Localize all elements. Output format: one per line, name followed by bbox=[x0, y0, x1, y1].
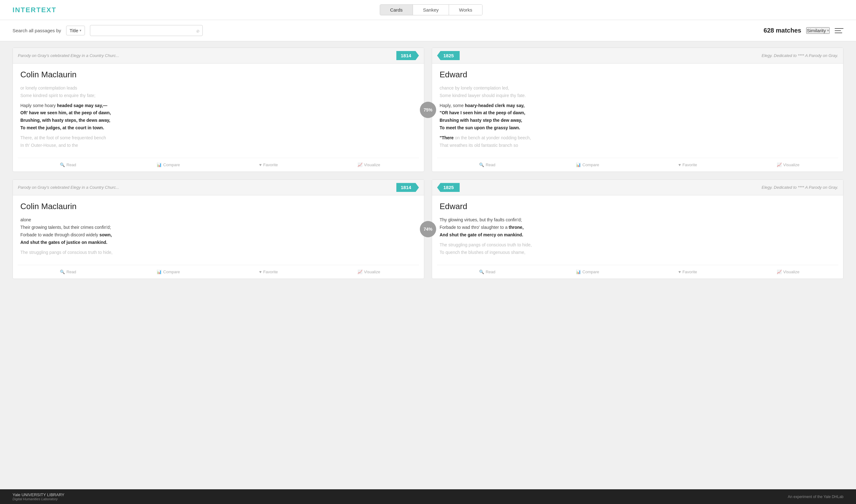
favorite-action[interactable]: ♥ Favorite bbox=[637, 268, 738, 275]
search-bar: Search all passages by Title ▾ ⌕ 628 mat… bbox=[0, 20, 856, 41]
card-footer-right: 🔍 Read 📊 Compare ♥ Favorite 📈 Visualize bbox=[437, 158, 838, 172]
card-footer-left: 🔍 Read 📊 Compare ♥ Favorite 📈 Visualize bbox=[18, 265, 419, 278]
year-badge-left: 1814 bbox=[396, 51, 419, 60]
read-icon: 🔍 bbox=[479, 270, 484, 274]
compare-label: Compare bbox=[163, 162, 180, 167]
similarity-badge: 74% bbox=[420, 221, 436, 237]
card-body-right: Edward chance by lonely contemplation le… bbox=[432, 64, 843, 158]
tab-cards[interactable]: Cards bbox=[380, 5, 413, 15]
favorite-label: Favorite bbox=[682, 270, 697, 274]
favorite-action[interactable]: ♥ Favorite bbox=[219, 268, 319, 275]
passage-paragraph: There, at the foot of some frequented be… bbox=[20, 134, 416, 149]
passage-paragraph-matched: Haply, some hoary-headed clerk may say,"… bbox=[440, 102, 836, 132]
chart-icon: 📈 bbox=[357, 270, 363, 274]
favorite-action[interactable]: ♥ Favorite bbox=[219, 161, 319, 168]
heart-icon: ♥ bbox=[259, 162, 262, 167]
visualize-action[interactable]: 📈 Visualize bbox=[319, 161, 419, 168]
read-label: Read bbox=[486, 162, 495, 167]
main-content: Parody on Gray's celebrated Elegy in a C… bbox=[0, 41, 856, 489]
visualize-action[interactable]: 📈 Visualize bbox=[738, 161, 838, 168]
card-footer-right: 🔍 Read 📊 Compare ♥ Favorite 📈 Visualize bbox=[437, 265, 838, 278]
favorite-label: Favorite bbox=[263, 270, 278, 274]
read-icon: 🔍 bbox=[60, 270, 65, 274]
compare-icon: 📊 bbox=[576, 270, 581, 274]
read-label: Read bbox=[486, 270, 495, 274]
compare-action[interactable]: 📊 Compare bbox=[118, 161, 219, 168]
experiment-text: An experiment of the Yale DHLab bbox=[788, 494, 843, 499]
passage-card-left: Parody on Gray's celebrated Elegy in a C… bbox=[13, 179, 424, 279]
heart-icon: ♥ bbox=[678, 270, 681, 274]
compare-icon: 📊 bbox=[157, 270, 162, 274]
tab-works[interactable]: Works bbox=[449, 5, 482, 15]
visualize-label: Visualize bbox=[783, 162, 800, 167]
heart-icon: ♥ bbox=[678, 162, 681, 167]
search-input-wrap: ⌕ bbox=[90, 25, 203, 36]
visualize-label: Visualize bbox=[364, 162, 380, 167]
compare-icon: 📊 bbox=[576, 162, 581, 167]
read-action[interactable]: 🔍 Read bbox=[18, 268, 118, 275]
compare-label: Compare bbox=[163, 270, 180, 274]
chevron-down-icon: ▾ bbox=[827, 29, 829, 33]
heart-icon: ♥ bbox=[259, 270, 262, 274]
card-title: Elegy. Dedicated to **** A Parody on Gra… bbox=[460, 185, 838, 190]
card-title: Parody on Gray's celebrated Elegy in a C… bbox=[18, 53, 396, 58]
passage-card-right: 1825 Elegy. Dedicated to **** A Parody o… bbox=[432, 48, 843, 172]
matches-count: 628 matches bbox=[764, 27, 801, 34]
passage-card-left: Parody on Gray's celebrated Elegy in a C… bbox=[13, 48, 424, 172]
favorite-action[interactable]: ♥ Favorite bbox=[637, 161, 738, 168]
search-label: Search all passages by bbox=[13, 28, 61, 33]
year-badge-right: 1825 bbox=[437, 51, 460, 60]
passage-paragraph: chance by lonely contemplation led,Some … bbox=[440, 85, 836, 100]
passage-paragraph: "There on the bench at yonder nodding be… bbox=[440, 134, 836, 149]
read-action[interactable]: 🔍 Read bbox=[437, 161, 537, 168]
compare-label: Compare bbox=[582, 270, 599, 274]
read-icon: 🔍 bbox=[60, 162, 65, 167]
similarity-badge: 75% bbox=[420, 102, 436, 118]
compare-action[interactable]: 📊 Compare bbox=[118, 268, 219, 275]
filter-button[interactable] bbox=[835, 28, 843, 34]
card-title: Parody on Gray's celebrated Elegy in a C… bbox=[18, 185, 396, 190]
visualize-action[interactable]: 📈 Visualize bbox=[738, 268, 838, 275]
filter-line-3 bbox=[835, 33, 842, 33]
card-body-left: Colin Maclaurin or lonely contemplation … bbox=[13, 64, 424, 158]
favorite-label: Favorite bbox=[682, 162, 697, 167]
search-type-dropdown[interactable]: Title ▾ bbox=[66, 26, 85, 35]
compare-icon: 📊 bbox=[157, 162, 162, 167]
dropdown-value: Title bbox=[70, 28, 78, 33]
read-label: Read bbox=[66, 270, 76, 274]
read-icon: 🔍 bbox=[479, 162, 484, 167]
compare-label: Compare bbox=[582, 162, 599, 167]
search-input[interactable] bbox=[90, 25, 203, 36]
sort-dropdown[interactable]: Similarity ▾ bbox=[806, 27, 830, 34]
chart-icon: 📈 bbox=[357, 162, 363, 167]
passage-paragraph-matched: aloneTheir growing talents, but their cr… bbox=[20, 216, 416, 246]
year-badge-right: 1825 bbox=[437, 183, 460, 192]
compare-action[interactable]: 📊 Compare bbox=[537, 268, 637, 275]
search-icon: ⌕ bbox=[196, 28, 199, 34]
app-logo: INTERTEXT bbox=[13, 6, 56, 14]
filter-line-1 bbox=[835, 28, 843, 29]
footer-left: Yale UNIVERSITY LIBRARY Digital Humaniti… bbox=[13, 492, 64, 501]
sort-label: Similarity bbox=[807, 28, 826, 33]
card-header-right: 1825 Elegy. Dedicated to **** A Parody o… bbox=[432, 48, 843, 64]
passage-card-right: 1825 Elegy. Dedicated to **** A Parody o… bbox=[432, 179, 843, 279]
card-header-right: 1825 Elegy. Dedicated to **** A Parody o… bbox=[432, 180, 843, 195]
card-body-left: Colin Maclaurin aloneTheir growing talen… bbox=[13, 195, 424, 265]
read-action[interactable]: 🔍 Read bbox=[437, 268, 537, 275]
author-name: Edward bbox=[440, 70, 836, 79]
card-pair: Parody on Gray's celebrated Elegy in a C… bbox=[13, 48, 843, 172]
tab-sankey[interactable]: Sankey bbox=[413, 5, 449, 15]
read-label: Read bbox=[66, 162, 76, 167]
yale-text: Yale UNIVERSITY LIBRARY bbox=[13, 492, 64, 497]
visualize-action[interactable]: 📈 Visualize bbox=[319, 268, 419, 275]
passage-paragraph-matched: Haply some hoary headed sage may say,—Of… bbox=[20, 102, 416, 132]
chart-icon: 📈 bbox=[777, 270, 782, 274]
read-action[interactable]: 🔍 Read bbox=[18, 161, 118, 168]
card-pair: Parody on Gray's celebrated Elegy in a C… bbox=[13, 179, 843, 279]
chevron-down-icon: ▾ bbox=[80, 29, 82, 33]
main-nav: Cards Sankey Works bbox=[380, 4, 483, 15]
year-badge-left: 1814 bbox=[396, 183, 419, 192]
lab-text: Digital Humanities Laboratory bbox=[13, 497, 64, 501]
favorite-label: Favorite bbox=[263, 162, 278, 167]
compare-action[interactable]: 📊 Compare bbox=[537, 161, 637, 168]
